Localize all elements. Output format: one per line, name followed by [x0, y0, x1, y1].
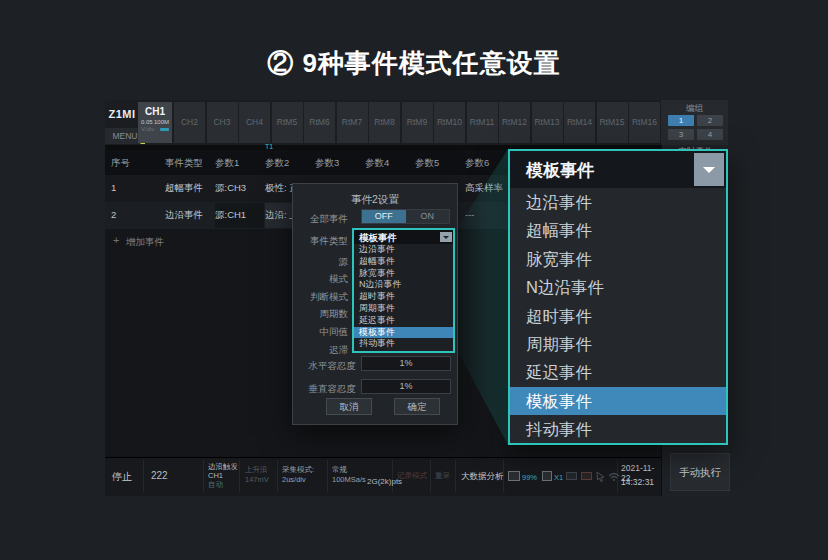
- run-state: 停止: [112, 470, 132, 484]
- trigger-source: CH1: [208, 471, 238, 480]
- trigger-marker: T1: [265, 143, 273, 150]
- device-icon: [581, 472, 592, 480]
- ok-button[interactable]: 确定: [394, 398, 440, 415]
- group-button-2[interactable]: 2: [697, 115, 723, 126]
- tab-ch1[interactable]: CH1 0.05 100M V/div: [138, 102, 172, 143]
- dialog-option-8[interactable]: 模板事件: [354, 327, 453, 339]
- edge-level: 147mV: [245, 475, 269, 485]
- time-value: 14:32:31: [621, 477, 654, 487]
- tab-rtm15[interactable]: RtM15: [597, 102, 628, 143]
- dropdown-option-3[interactable]: 脉宽事件: [510, 245, 726, 273]
- cell-type: 边沿事件: [165, 209, 203, 222]
- dialog-option-7[interactable]: 延迟事件: [354, 315, 453, 327]
- divider: [239, 460, 240, 492]
- on-button[interactable]: ON: [406, 210, 450, 223]
- divider: [277, 460, 278, 492]
- event-type-label: 事件类型: [293, 235, 348, 248]
- dialog-option-4[interactable]: N边沿事件: [354, 279, 453, 291]
- dropdown-option-1[interactable]: 边沿事件: [510, 188, 726, 216]
- divider: [203, 460, 204, 492]
- off-button[interactable]: OFF: [362, 210, 406, 223]
- col-header-p5: 参数5: [415, 157, 439, 170]
- dropdown-header[interactable]: 模板事件: [510, 151, 726, 188]
- tab-ch3[interactable]: CH3: [207, 102, 238, 143]
- record-mode-label: 记录模式: [397, 471, 427, 481]
- tab-rtm12[interactable]: RtM12: [499, 102, 530, 143]
- dropdown-arrow-icon[interactable]: [440, 232, 452, 242]
- add-event-label: 增加事件: [126, 236, 164, 249]
- app-window: Z1MI MENU CH1 0.05 100M V/div CH2 CH3 CH…: [105, 100, 728, 496]
- trigger-info: 边沿触发 CH1 自动: [208, 462, 238, 489]
- tab-rtm13[interactable]: RtM13: [532, 102, 563, 143]
- tab-ch4[interactable]: CH4: [239, 102, 270, 143]
- event-type-select[interactable]: 模板事件: [354, 230, 453, 244]
- dropdown-option-6[interactable]: 周期事件: [510, 330, 726, 358]
- dropdown-option-5[interactable]: 超时事件: [510, 302, 726, 330]
- tab-rtm14[interactable]: RtM14: [564, 102, 595, 143]
- tab-rtm10[interactable]: RtM10: [434, 102, 465, 143]
- all-events-toggle: OFF ON: [361, 209, 450, 224]
- cell-no: 1: [111, 182, 116, 193]
- cell-p1: 源:CH3: [215, 182, 246, 195]
- statusbar: 停止 222 边沿触发 CH1 自动 上升沿 147mV 采集模式: 2us/d…: [105, 457, 661, 494]
- col-header-p2: 参数2: [265, 157, 289, 170]
- mode-label: 模式: [293, 273, 348, 286]
- tab-rtm16[interactable]: RtM16: [629, 102, 660, 143]
- tab-rtm5[interactable]: RtM5: [272, 102, 303, 143]
- dropdown-option-4[interactable]: N边沿事件: [510, 273, 726, 301]
- tab-rtm6[interactable]: RtM6: [304, 102, 335, 143]
- tab-rtm8[interactable]: RtM8: [369, 102, 400, 143]
- acquire-info: 采集模式: 2us/div: [282, 465, 314, 485]
- tab-rtm7[interactable]: RtM7: [337, 102, 368, 143]
- event-type-option-list: 边沿事件 超幅事件 脉宽事件 N边沿事件 超时事件 周期事件 延迟事件 模板事件…: [354, 244, 453, 351]
- dialog-title: 事件2设置: [293, 193, 457, 207]
- dialog-option-3[interactable]: 脉宽事件: [354, 268, 453, 280]
- dialog-option-9[interactable]: 抖动事件: [354, 338, 453, 350]
- h-tolerance-field[interactable]: 1%: [361, 356, 451, 371]
- manual-execute-button[interactable]: 手动执行: [670, 453, 730, 491]
- event-type-dropdown-expanded: 模板事件 边沿事件 超幅事件 脉宽事件 N边沿事件 超时事件 周期事件 延迟事件…: [508, 149, 728, 445]
- dropdown-option-7[interactable]: 延迟事件: [510, 358, 726, 386]
- dropdown-option-9[interactable]: 抖动事件: [510, 415, 726, 443]
- event-settings-dialog: 事件2设置 全部事件 OFF ON 事件类型 源 模式 判断模式 周期数 中间值…: [292, 183, 458, 425]
- col-header-p3: 参数3: [315, 157, 339, 170]
- cell-p1: 源:CH1: [215, 209, 246, 222]
- menu-label: MENU: [112, 131, 137, 141]
- dialog-option-5[interactable]: 超时事件: [354, 291, 453, 303]
- tab-rtm9[interactable]: RtM9: [402, 102, 433, 143]
- dialog-option-1[interactable]: 边沿事件: [354, 244, 453, 256]
- col-header-p6: 参数6: [465, 157, 489, 170]
- channel-bandwidth: 100M: [154, 119, 169, 125]
- dropdown-option-8[interactable]: 模板事件: [510, 387, 726, 415]
- dialog-option-2[interactable]: 超幅事件: [354, 256, 453, 268]
- group-button-4[interactable]: 4: [697, 129, 723, 140]
- tab-label: CH1: [138, 106, 172, 117]
- dropdown-selected-value: 模板事件: [526, 159, 594, 182]
- judge-mode-label: 判断模式: [293, 291, 348, 304]
- v-tolerance-label: 垂直容忍度: [293, 383, 356, 396]
- group-button-1[interactable]: 1: [668, 115, 694, 126]
- divider: [143, 460, 144, 492]
- tab-ch2[interactable]: CH2: [174, 102, 205, 143]
- topbar: Z1MI MENU CH1 0.05 100M V/div CH2 CH3 CH…: [105, 100, 728, 145]
- dropdown-arrow-button[interactable]: [694, 153, 724, 186]
- tab-rtm11[interactable]: RtM11: [467, 102, 498, 143]
- group-button-3[interactable]: 3: [668, 129, 694, 140]
- col-header-no: 序号: [111, 157, 130, 170]
- storage-percent: 99%: [522, 473, 537, 482]
- sample-info: 常规 100MSa/s: [332, 465, 366, 485]
- dropdown-option-2[interactable]: 超幅事件: [510, 216, 726, 244]
- all-events-label: 全部事件: [293, 213, 348, 226]
- divider: [455, 460, 456, 492]
- cancel-button[interactable]: 取消: [326, 398, 372, 415]
- page: ② 9种事件模式任意设置 Z1MI MENU CH1 0.05 100M V/d…: [0, 0, 828, 560]
- usb-icon: [566, 472, 577, 480]
- event-type-dropdown: 模板事件 边沿事件 超幅事件 脉宽事件 N边沿事件 超时事件 周期事件 延迟事件…: [352, 228, 455, 353]
- timebase-value: 2us/div: [282, 475, 314, 485]
- sample-rate: 100MSa/s: [332, 475, 366, 485]
- plus-icon: +: [113, 234, 119, 246]
- divider: [430, 460, 431, 492]
- v-tolerance-field[interactable]: 1%: [361, 379, 451, 394]
- speed-icon: [542, 471, 552, 481]
- dialog-option-6[interactable]: 周期事件: [354, 303, 453, 315]
